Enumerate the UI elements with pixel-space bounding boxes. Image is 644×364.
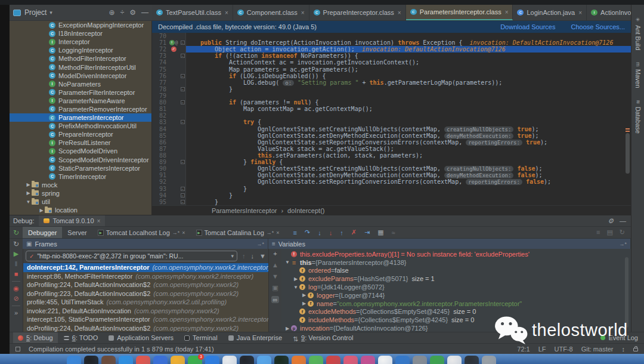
download-sources-link[interactable]: Download Sources — [500, 23, 555, 30]
chevron-right-icon[interactable]: ▶ — [301, 292, 308, 298]
dock-app-icon[interactable] — [205, 356, 219, 364]
toolwindow-debug[interactable]: 5: Debug — [13, 332, 58, 343]
tree-item-Interceptor[interactable]: IInterceptor — [10, 38, 151, 46]
chevron-right-icon[interactable]: ▶ — [292, 276, 299, 282]
dock-app-icon[interactable] — [361, 356, 375, 364]
step-into-icon[interactable]: ↓ — [318, 229, 321, 236]
pause-icon[interactable]: ‖ — [15, 261, 18, 267]
dock-app-icon[interactable] — [136, 356, 150, 364]
close-tab-icon[interactable]: × — [505, 9, 509, 16]
variable-row[interactable]: ▼flog = {Jdk14Logger@5072} — [281, 283, 631, 291]
tree-item-ParameterFilterInterceptor[interactable]: CParameterFilterInterceptor — [10, 88, 151, 97]
locate-icon[interactable]: ⊕ — [109, 8, 115, 17]
toolwindow-java-enterprise[interactable]: Java Enterprise — [224, 332, 287, 343]
variable-row[interactable]: ▶fname = "com.opensymphony.xwork2.interc… — [281, 300, 631, 308]
lock-icon[interactable] — [633, 348, 638, 351]
fold-icon[interactable]: − — [179, 119, 186, 125]
fold-icon[interactable]: − — [179, 99, 186, 106]
mute-breakpoints-icon[interactable]: ⊘ — [13, 295, 18, 302]
step-over-icon[interactable]: ↷ — [305, 229, 310, 236]
tool-stripe-database[interactable]: ≋Database — [631, 96, 644, 134]
next-frame-icon[interactable]: ↓ — [251, 252, 255, 260]
debug-tab-Debugger[interactable]: Debugger — [23, 227, 62, 238]
caret-position[interactable]: 72:1 — [517, 346, 530, 353]
macos-dock[interactable]: 3 — [0, 354, 644, 364]
tree-item-ScopedModelDriven[interactable]: IScopedModelDriven — [10, 147, 151, 155]
hide-icon[interactable]: — — [620, 217, 626, 225]
breadcrumb-item[interactable]: ParametersInterceptor — [212, 207, 277, 214]
settings-icon[interactable]: ⚙ — [608, 217, 614, 225]
move-down-icon[interactable]: ▼ — [272, 273, 278, 280]
close-tab-icon[interactable]: × — [225, 10, 228, 16]
breakpoint-icon[interactable]: ✓ — [168, 46, 179, 53]
restore-layout-icon[interactable]: ↻ — [620, 229, 625, 236]
project-panel-title[interactable]: Project — [24, 8, 47, 17]
debug-tab-Tomcat Catalina Log[interactable]: ▶Tomcat Catalina Log→*× — [191, 227, 285, 238]
override-method-icon[interactable]: ↑@ — [168, 39, 179, 46]
tree-item-TimerInterceptor[interactable]: CTimerInterceptor — [10, 172, 151, 181]
dock-app-icon[interactable] — [378, 356, 392, 364]
chevron-down-icon[interactable]: ▼ — [284, 260, 291, 265]
dock-app-icon[interactable] — [292, 356, 306, 364]
dock-app-icon[interactable] — [222, 356, 237, 364]
tree-item-util[interactable]: ▼util — [10, 198, 151, 206]
tree-item-ParameterNameAware[interactable]: IParameterNameAware — [10, 97, 151, 105]
dock-app-icon[interactable] — [153, 356, 168, 364]
toolwindow-toggle-icon[interactable] — [16, 347, 20, 351]
fold-box-icon[interactable]: − — [181, 160, 185, 164]
debug-tab-Tomcat Localhost Log[interactable]: ▶Tomcat Localhost Log→*× — [92, 227, 191, 238]
toolwindow-terminal[interactable]: Terminal — [179, 332, 222, 343]
dock-app-icon[interactable] — [395, 356, 410, 364]
filter-frames-icon[interactable]: ▼ — [259, 252, 266, 260]
editor-tab-Component.class[interactable]: CComponent.class× — [233, 5, 309, 20]
fold-icon[interactable]: − — [179, 39, 186, 46]
tree-item-PrefixMethodInvocationUtil[interactable]: CPrefixMethodInvocationUtil — [10, 122, 151, 130]
editor-tab-PrepareInterceptor.class[interactable]: CPrepareInterceptor.class× — [309, 5, 406, 20]
fold-box-icon[interactable]: − — [181, 54, 185, 58]
tree-item-PrepareInterceptor[interactable]: CPrepareInterceptor — [10, 130, 151, 138]
dock-app-icon[interactable] — [309, 356, 323, 364]
view-options-icon[interactable]: ≡ — [596, 229, 600, 236]
duplicate-icon[interactable]: ▣ — [272, 284, 278, 292]
update-indicator-icon[interactable]: ↕ — [622, 346, 626, 353]
dock-app-icon[interactable] — [413, 356, 427, 364]
add-watch-icon[interactable]: + — [273, 250, 277, 257]
chevron-down-icon[interactable]: ▼ — [292, 285, 299, 290]
variable-row[interactable]: !this.excludeProperties.toArray()[1] = N… — [281, 250, 631, 258]
layout-icon[interactable]: ▤ — [606, 229, 612, 236]
dock-app-icon[interactable]: 3 — [188, 356, 202, 364]
dock-app-icon[interactable] — [430, 356, 444, 364]
fold-box-icon[interactable]: − — [181, 193, 185, 198]
dock-app-icon[interactable] — [274, 356, 289, 364]
stack-frame-row[interactable]: doProfiling:224, DefaultActionInvocation… — [23, 324, 268, 333]
force-step-into-icon[interactable]: ↓ — [329, 229, 333, 236]
stack-frame-row[interactable]: profile:455, UtilTimerStack(com.opensymp… — [23, 298, 268, 307]
tree-item-mock[interactable]: ▶mock — [10, 181, 151, 189]
fold-icon[interactable]: − — [179, 159, 186, 165]
dock-app-icon[interactable] — [67, 356, 81, 364]
settings-icon[interactable]: ⚙ — [129, 8, 136, 17]
fold-box-icon[interactable]: − — [181, 74, 185, 78]
fold-box-icon[interactable]: − — [181, 120, 185, 124]
pin-icon[interactable]: →* — [619, 241, 627, 247]
toolwindow-todo[interactable]: 6: TODO — [59, 332, 103, 343]
tree-item-PreResultListener[interactable]: IPreResultListener — [10, 138, 151, 147]
tool-stripe-maven[interactable]: mMaven — [631, 58, 644, 88]
rerun-icon[interactable]: ↻ — [13, 229, 19, 237]
close-tab-icon[interactable]: × — [398, 10, 401, 16]
chevron-right-icon[interactable]: ▶ — [25, 182, 32, 187]
editor-tab-LoginAction.java[interactable]: CLoginAction.java× — [513, 5, 587, 20]
tree-item-MethodFilterInterceptorUtil[interactable]: CMethodFilterInterceptorUtil — [10, 63, 151, 71]
step-out-icon[interactable]: ↑ — [340, 229, 343, 236]
dock-app-icon[interactable] — [326, 356, 340, 364]
pin-icon[interactable]: →* — [256, 241, 264, 247]
show-execution-point-icon[interactable]: ≡ — [293, 229, 297, 236]
close-tab-icon[interactable]: × — [578, 10, 582, 16]
pin-icon[interactable]: →* — [172, 230, 180, 236]
fold-box-icon[interactable]: − — [181, 187, 185, 191]
fold-box-icon[interactable]: − — [181, 41, 185, 45]
dock-app-icon[interactable] — [343, 356, 358, 364]
stack-frame-row[interactable]: doProfiling:224, DefaultActionInvocation… — [23, 280, 268, 289]
stack-frame-row[interactable]: intercept:105, StaticParametersIntercept… — [23, 315, 268, 324]
dock-app-icon[interactable] — [447, 356, 462, 364]
